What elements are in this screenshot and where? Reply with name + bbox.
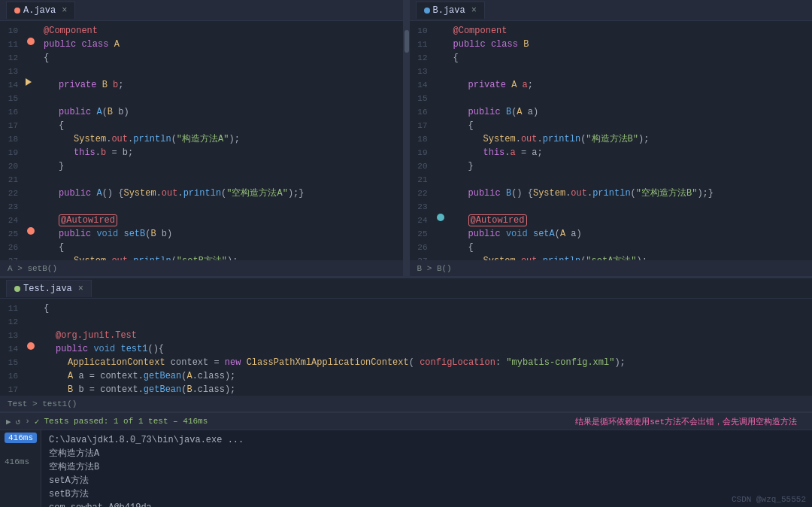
scrollbar-divider[interactable] (404, 0, 410, 277)
breadcrumb-test: Test > test1() (0, 396, 812, 412)
time-label-2: 416ms (5, 457, 36, 466)
refresh-icon[interactable]: ↺ (16, 417, 21, 427)
autowired-badge-b (437, 214, 444, 221)
output-line-3: 空构造方法B (49, 460, 804, 474)
tab-icon-b (424, 8, 430, 14)
output-content: C:\Java\jdk1.8.0_73\bin\java.exe ... 空构造… (41, 430, 812, 507)
tab-icon-test (14, 286, 20, 292)
breadcrumb-b-text: B > B() (417, 264, 452, 273)
output-panel: 416ms 416ms C:\Java\jdk1.8.0_73\bin\java… (0, 430, 812, 507)
output-line-4: setA方法 (49, 474, 804, 487)
tab-label-a: A.java (23, 5, 56, 16)
output-time-col: 416ms 416ms (0, 430, 41, 507)
code-area-a: 10 11 12 13 14 15 16 17 18 19 20 21 22 2… (0, 21, 403, 260)
scrollbar-thumb (404, 30, 409, 53)
run-bar: ▶ ↺ › ✓ Tests passed: 1 of 1 test – 416m… (0, 412, 812, 430)
arrow-a14 (26, 78, 32, 86)
breadcrumb-b: B > B() (410, 260, 813, 277)
breakpoint-a25 (27, 227, 35, 235)
gutter-b (434, 21, 447, 260)
output-line-2: 空构造方法A (49, 447, 804, 460)
run-icon[interactable]: ▶ (6, 417, 11, 427)
code-area-test: 11 12 13 14 15 16 17 18 19 (0, 299, 812, 396)
output-line-5: setB方法 (49, 487, 804, 501)
check-icon: ✓ (35, 417, 40, 427)
tab-close-a[interactable]: × (62, 5, 67, 16)
code-content-b: @Component public class B { private A a;… (447, 21, 813, 260)
tab-a[interactable]: A.java × (6, 2, 75, 19)
tab-label-b: B.java (433, 5, 465, 16)
tab-test[interactable]: Test.java × (6, 280, 92, 297)
output-line-6: com.sowhat.A@b419da (49, 501, 804, 507)
line-numbers-a: 10 11 12 13 14 15 16 17 18 19 20 21 22 2… (0, 21, 24, 260)
arrow-icon[interactable]: › (25, 417, 30, 426)
tab-bar-a: A.java × (0, 0, 403, 21)
tab-b[interactable]: B.java × (416, 2, 485, 19)
tab-bar-b: B.java × (410, 0, 813, 21)
breadcrumb-a: A > setB() (0, 260, 403, 277)
code-content-a: @Component public class A { private B b;… (38, 21, 403, 260)
line-numbers-test: 11 12 13 14 15 16 17 18 19 (0, 299, 24, 396)
breakpoint-a11 (27, 38, 35, 45)
code-content-test: { @org.junit.Test public void test1(){ A… (38, 299, 812, 396)
status-text: Tests passed: 1 of 1 test – 416ms (44, 417, 208, 426)
tab-label-test: Test.java (23, 284, 72, 294)
tab-icon-a (14, 8, 20, 14)
autowired-a: @Autowired (59, 214, 117, 226)
tab-close-b[interactable]: × (471, 5, 477, 16)
gutter-test (24, 299, 38, 396)
breakpoint-test14 (27, 342, 35, 350)
tab-bar-test: Test.java × (0, 278, 812, 299)
code-area-b: 10 11 12 13 14 15 16 17 18 19 20 21 22 2… (410, 21, 813, 260)
breadcrumb-a-text: A > setB() (8, 264, 57, 273)
annotation-text: 结果是循环依赖使用set方法不会出错，会先调用空构造方法 (575, 416, 797, 427)
breadcrumb-test-text: Test > test1() (8, 399, 77, 408)
tab-close-test[interactable]: × (78, 284, 83, 294)
output-line-1: C:\Java\jdk1.8.0_73\bin\java.exe ... (49, 433, 804, 447)
time-badge: 416ms (5, 433, 37, 443)
autowired-b: @Autowired (468, 214, 527, 226)
watermark: CSDN @wzq_55552 (732, 495, 806, 504)
line-numbers-b: 10 11 12 13 14 15 16 17 18 19 20 21 22 2… (410, 21, 434, 260)
gutter-a (24, 21, 38, 260)
